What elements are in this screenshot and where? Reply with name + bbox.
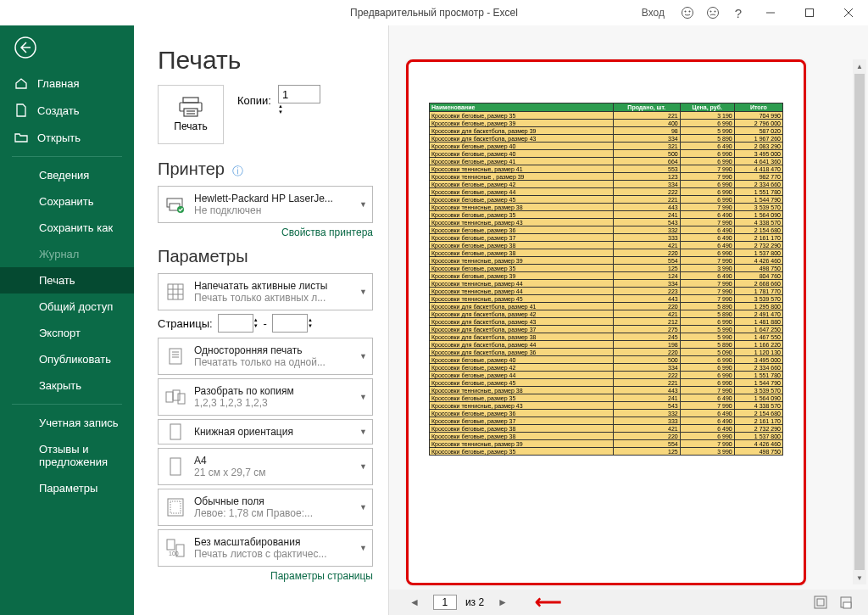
printer-selector[interactable]: Hewlett-Packard HP LaserJe...Не подключе…	[158, 186, 373, 223]
printer-properties-link[interactable]: Свойства принтера	[158, 226, 373, 238]
sidebar-item-export[interactable]: Экспорт	[0, 320, 134, 346]
copies-input[interactable]	[278, 85, 320, 103]
vertical-scrollbar[interactable]: ▲ ▼	[853, 59, 866, 584]
zoom-page-button[interactable]	[839, 595, 853, 609]
sidebar-item-history: Журнал	[0, 241, 134, 267]
sidebar-item-feedback[interactable]: Отзывы и предложения	[0, 436, 134, 475]
orientation-selector[interactable]: Книжная ориентация ▼	[158, 419, 373, 444]
copies-up[interactable]: ▲	[278, 103, 320, 109]
sidebar-label: Параметры	[39, 482, 97, 495]
page-from-input[interactable]	[218, 314, 253, 333]
parameters-heading: Параметры	[158, 247, 373, 266]
svg-rect-28	[166, 392, 173, 402]
page-setup-link[interactable]: Параметры страницы	[158, 570, 373, 582]
print-button-label: Печать	[174, 120, 207, 132]
svg-rect-19	[168, 284, 183, 299]
paper-selector[interactable]: A421 см x 29,7 см ▼	[158, 448, 373, 485]
svg-rect-13	[184, 109, 198, 116]
sidebar-item-open[interactable]: Открыть	[0, 124, 134, 151]
sidebar-item-publish[interactable]: Опубликовать	[0, 346, 134, 372]
scaling-selector[interactable]: 100 Без масштабированияПечать листов с ф…	[158, 529, 373, 567]
svg-rect-31	[170, 424, 181, 439]
printer-icon	[179, 97, 203, 117]
print-preview: НаименованиеПродано, шт.Цена, руб.ИтогоК…	[388, 25, 868, 615]
printer-name: Hewlett-Packard HP LaserJe...	[194, 193, 353, 204]
close-button[interactable]	[829, 0, 868, 25]
chevron-down-icon: ▼	[359, 462, 367, 471]
paper-icon	[164, 457, 187, 476]
svg-point-3	[708, 8, 719, 19]
sidebar-label: Главная	[37, 77, 79, 90]
sidebar-label: Общий доступ	[39, 300, 113, 313]
sidebar-label: Журнал	[39, 248, 79, 260]
sidebar-item-share[interactable]: Общий доступ	[0, 294, 134, 320]
preview-statusbar: ◄ из 2 ► ⟵	[389, 590, 868, 615]
page-heading: Печать	[158, 46, 373, 75]
svg-rect-7	[806, 9, 814, 17]
svg-point-2	[689, 11, 690, 12]
sidebar-label: Экспорт	[39, 327, 81, 339]
sidebar-label: Закрыть	[39, 379, 81, 392]
home-icon	[14, 76, 29, 90]
new-icon	[14, 103, 29, 117]
sidebar-item-info[interactable]: Сведения	[0, 162, 134, 188]
sidebar-item-account[interactable]: Учетная запись	[0, 410, 134, 436]
annotation-arrow-icon: ⟵	[535, 591, 562, 613]
sheets-icon	[164, 282, 187, 301]
svg-rect-38	[815, 596, 826, 608]
collate-selector[interactable]: Разобрать по копиям1,2,3 1,2,3 1,2,3 ▼	[158, 378, 373, 416]
svg-rect-34	[170, 501, 181, 513]
sidebar-item-new[interactable]: Создать	[0, 97, 134, 124]
chevron-down-icon: ▼	[359, 544, 367, 552]
scroll-thumb[interactable]	[854, 74, 865, 570]
help-icon[interactable]: ?	[726, 0, 751, 25]
collate-icon	[164, 389, 187, 405]
scaling-icon: 100	[164, 539, 187, 557]
svg-rect-30	[178, 394, 185, 404]
svg-rect-11	[183, 98, 198, 103]
svg-rect-32	[170, 458, 181, 475]
svg-rect-29	[173, 390, 180, 400]
window-title: Предварительный просмотр - Excel	[350, 7, 518, 19]
sidebar-label: Опубликовать	[39, 353, 111, 366]
printer-status-icon	[164, 195, 187, 214]
sidebar-label: Создать	[37, 104, 79, 117]
login-link[interactable]: Вход	[642, 7, 665, 19]
svg-rect-39	[817, 599, 824, 606]
minimize-button[interactable]	[751, 0, 790, 25]
sidebar-label: Сведения	[39, 169, 89, 182]
sidebar-item-saveas[interactable]: Сохранить как	[0, 215, 134, 241]
print-button[interactable]: Печать	[158, 85, 224, 144]
sides-selector[interactable]: Односторонняя печатьПечатать только на о…	[158, 338, 373, 375]
data-table: НаименованиеПродано, шт.Цена, руб.ИтогоК…	[429, 103, 783, 456]
pages-label: Страницы:	[158, 317, 213, 330]
sidebar-item-print[interactable]: Печать	[0, 267, 134, 294]
svg-point-1	[685, 11, 686, 12]
sad-icon[interactable]	[700, 0, 726, 25]
sidebar-item-close[interactable]: Закрыть	[0, 372, 134, 399]
info-icon[interactable]: ⓘ	[232, 165, 243, 177]
show-margins-button[interactable]	[814, 595, 827, 609]
back-button[interactable]	[10, 32, 41, 63]
sidebar-item-save[interactable]: Сохранить	[0, 188, 134, 215]
prev-page-button[interactable]: ◄	[404, 596, 425, 608]
sidebar-item-options[interactable]: Параметры	[0, 475, 134, 501]
copies-down[interactable]: ▼	[278, 109, 320, 115]
sidebar-label: Печать	[39, 274, 75, 287]
print-what-selector[interactable]: Напечатать активные листыПечать только а…	[158, 273, 373, 310]
svg-point-5	[715, 11, 715, 12]
svg-point-0	[682, 8, 693, 19]
chevron-down-icon: ▼	[359, 288, 367, 296]
page-to-input[interactable]	[272, 314, 308, 333]
sidebar-item-home[interactable]: Главная	[0, 70, 134, 97]
maximize-button[interactable]	[790, 0, 829, 25]
margins-selector[interactable]: Обычные поляЛевое: 1,78 см Правое:... ▼	[158, 489, 373, 526]
next-page-button[interactable]: ►	[492, 596, 513, 608]
portrait-icon	[164, 423, 187, 440]
scroll-up-icon[interactable]: ▲	[853, 59, 866, 73]
svg-rect-41	[843, 602, 851, 608]
current-page-input[interactable]	[433, 595, 457, 610]
smile-icon[interactable]	[675, 0, 700, 25]
scroll-down-icon[interactable]: ▼	[853, 571, 866, 584]
oneside-icon	[164, 347, 187, 366]
